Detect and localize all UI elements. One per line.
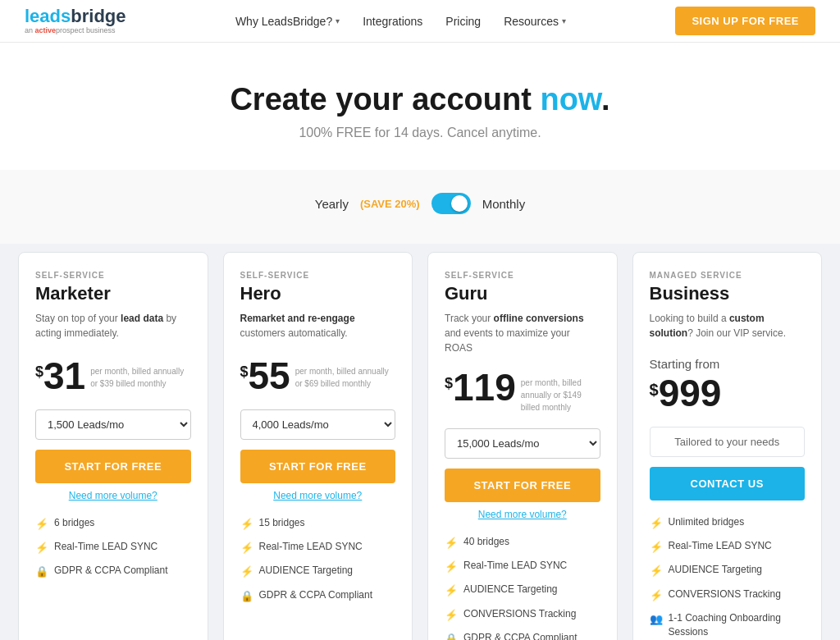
bolt-icon: ⚡: [240, 541, 253, 555]
plan-description: Remarket and re-engage customers automat…: [240, 311, 396, 344]
lock-icon: 🔒: [445, 632, 458, 640]
hero-subtext: 100% FREE for 14 days. Cancel anytime.: [16, 126, 824, 140]
starting-from-label: Starting from: [650, 357, 720, 371]
feature-text: 15 bridges: [259, 516, 305, 530]
feature-item: ⚡Real-Time LEAD SYNC: [35, 540, 191, 555]
plan-tier: SELF-SERVICE: [445, 271, 600, 280]
bolt-icon: ⚡: [650, 516, 663, 531]
signup-button[interactable]: SIGN UP FOR FREE: [675, 7, 815, 35]
plan-tier: SELF-SERVICE: [240, 271, 396, 280]
plan-price-row: $31per month, billed annually or $39 bil…: [35, 357, 191, 395]
plan-description: Stay on top of your lead data by acting …: [35, 311, 191, 344]
feature-item: ⚡AUDIENCE Targeting: [445, 583, 600, 598]
pricing-section: SELF-SERVICEMarketerStay on top of your …: [0, 244, 840, 640]
feature-text: GDPR & CCPA Compliant: [259, 588, 373, 602]
feature-text: 6 bridges: [54, 516, 94, 530]
nav-why[interactable]: Why LeadsBridge? ▾: [235, 15, 340, 28]
plan-features: ⚡15 bridges⚡Real-Time LEAD SYNC⚡AUDIENCE…: [240, 516, 396, 612]
monthly-label: Monthly: [482, 197, 526, 211]
feature-item: ⚡Unlimited bridges: [650, 515, 806, 531]
logo-leads: leads: [25, 6, 71, 26]
plan-price-row: $999: [650, 374, 806, 412]
feature-item: 👥1-1 Coaching Onboarding Sessions: [650, 611, 806, 639]
bolt-icon: ⚡: [445, 583, 458, 598]
feature-item: ⚡AUDIENCE Targeting: [650, 563, 806, 578]
feature-item: ⚡CONVERSIONS Tracking: [445, 607, 600, 623]
save-badge: (SAVE 20%): [360, 198, 420, 210]
leads-select[interactable]: 4,000 Leads/mo8,000 Leads/mo12,000 Leads…: [240, 409, 396, 440]
need-more-volume-link[interactable]: Need more volume?: [240, 490, 396, 501]
contact-us-button[interactable]: CONTACT US: [650, 467, 806, 501]
plan-description: Looking to build a custom solution? Join…: [650, 311, 806, 344]
plan-description: Track your offline conversions and event…: [445, 311, 600, 355]
plan-card-hero: SELF-SERVICEHeroRemarket and re-engage c…: [223, 252, 413, 640]
bolt-icon: ⚡: [650, 564, 663, 578]
lock-icon: 🔒: [35, 565, 48, 579]
logo-wordmark: leadsbridge: [25, 7, 126, 26]
bolt-icon: ⚡: [445, 560, 458, 574]
price-amount: 119: [453, 368, 516, 406]
chevron-down-icon: ▾: [562, 16, 566, 25]
feature-item: 🔒GDPR & CCPA Compliant: [240, 588, 396, 604]
headline-now: now: [540, 82, 601, 117]
nav-links: Why LeadsBridge? ▾ Integrations Pricing …: [235, 15, 566, 28]
bolt-icon: ⚡: [650, 588, 663, 603]
feature-text: 1-1 Coaching Onboarding Sessions: [669, 611, 806, 639]
feature-text: AUDIENCE Targeting: [259, 564, 354, 578]
plan-features: ⚡Unlimited bridges⚡Real-Time LEAD SYNC⚡A…: [650, 515, 806, 640]
price-detail: per month, billed annually or $149 bille…: [521, 377, 600, 414]
feature-item: ⚡40 bridges: [445, 535, 600, 551]
bolt-icon: ⚡: [650, 540, 663, 555]
plan-name: Hero: [240, 283, 396, 304]
feature-item: ⚡Real-Time LEAD SYNC: [650, 539, 806, 555]
feature-item: 🔒GDPR & CCPA Compliant: [445, 631, 600, 640]
feature-item: ⚡6 bridges: [35, 516, 191, 532]
feature-item: ⚡Real-Time LEAD SYNC: [445, 559, 600, 574]
start-free-button[interactable]: START FOR FREE: [240, 450, 396, 483]
plan-card-marketer: SELF-SERVICEMarketerStay on top of your …: [18, 252, 208, 640]
price-dollar-sign: $: [35, 363, 43, 381]
start-free-button[interactable]: START FOR FREE: [445, 469, 600, 502]
feature-text: Real-Time LEAD SYNC: [54, 540, 158, 554]
start-free-button[interactable]: START FOR FREE: [35, 450, 191, 483]
feature-item: ⚡15 bridges: [240, 516, 396, 532]
plan-tier: MANAGED SERVICE: [650, 271, 806, 280]
feature-item: ⚡CONVERSIONS Tracking: [650, 587, 806, 603]
plan-features: ⚡6 bridges⚡Real-Time LEAD SYNC🔒GDPR & CC…: [35, 516, 191, 593]
plan-price-row: $55per month, billed annually or $69 bil…: [240, 357, 396, 395]
plan-name: Marketer: [35, 283, 191, 304]
price-amount: 31: [43, 357, 85, 395]
nav-pricing[interactable]: Pricing: [445, 15, 481, 28]
feature-text: AUDIENCE Targeting: [669, 563, 763, 577]
nav-resources[interactable]: Resources ▾: [504, 15, 566, 28]
tailored-label: Tailored to your needs: [650, 427, 806, 457]
bolt-icon: ⚡: [445, 608, 458, 623]
bolt-icon: ⚡: [240, 517, 253, 532]
need-more-volume-link[interactable]: Need more volume?: [35, 490, 191, 501]
plan-name: Business: [650, 283, 806, 304]
feature-item: 🔒GDPR & CCPA Compliant: [35, 564, 191, 579]
price-amount: 55: [249, 357, 290, 395]
billing-toggle[interactable]: [431, 193, 471, 214]
headline-text: Create your account: [230, 82, 540, 117]
billing-toggle-row: Yearly (SAVE 20%) Monthly: [0, 193, 840, 214]
feature-text: AUDIENCE Targeting: [463, 583, 558, 597]
leads-select[interactable]: 1,500 Leads/mo3,000 Leads/mo5,000 Leads/…: [35, 409, 191, 440]
price-amount: 999: [659, 374, 722, 412]
hero-section: Create your account now. 100% FREE for 1…: [0, 43, 840, 170]
leads-select[interactable]: 15,000 Leads/mo25,000 Leads/mo50,000 Lea…: [445, 428, 600, 459]
price-dollar-sign: $: [240, 363, 249, 381]
price-detail: per month, billed annually or $39 billed…: [90, 365, 190, 390]
need-more-volume-link[interactable]: Need more volume?: [445, 509, 600, 520]
feature-text: Real-Time LEAD SYNC: [669, 539, 772, 553]
chevron-down-icon: ▾: [336, 16, 340, 25]
feature-text: Unlimited bridges: [669, 515, 745, 529]
price-dollar-sign: $: [445, 375, 453, 392]
nav-integrations[interactable]: Integrations: [363, 15, 422, 28]
people-icon: 👥: [650, 612, 663, 627]
logo[interactable]: leadsbridge an activeprospect business: [25, 7, 126, 34]
plan-features: ⚡40 bridges⚡Real-Time LEAD SYNC⚡AUDIENCE…: [445, 535, 600, 640]
yearly-label: Yearly: [315, 197, 349, 211]
plan-card-business: MANAGED SERVICEBusinessLooking to build …: [632, 252, 823, 640]
hero-headline: Create your account now.: [16, 82, 824, 117]
